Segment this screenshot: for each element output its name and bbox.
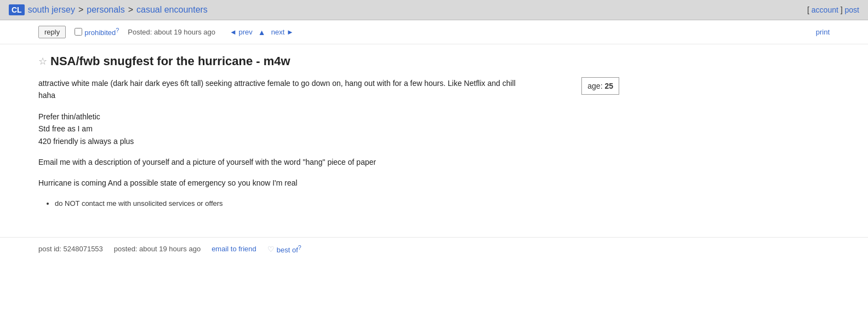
prohibited-link[interactable]: prohibited?	[84, 27, 119, 37]
body-line3: 420 friendly is always a plus	[38, 135, 619, 147]
post-id: post id: 5248071553	[38, 245, 103, 253]
cl-logo[interactable]: CL	[9, 4, 25, 15]
body-line1: Prefer thin/athletic	[38, 111, 619, 123]
header-left: CL south jersey > personals > casual enc…	[9, 4, 208, 15]
email-to-friend-link[interactable]: email to friend	[212, 245, 256, 253]
body-paragraph-4: Hurricane is coming And a possible state…	[38, 177, 532, 189]
print-link[interactable]: print	[816, 28, 830, 36]
prev-link[interactable]: ◄ prev	[230, 28, 253, 36]
post-title: NSA/fwb snugfest for the hurricane - m4w	[50, 54, 290, 68]
footer-posted: posted: about 19 hours ago	[114, 245, 201, 253]
toolbar: reply prohibited? Posted: about 19 hours…	[0, 20, 868, 44]
separator2: >	[128, 5, 133, 15]
posted-time: Posted: about 19 hours ago	[128, 28, 215, 36]
header-bar: CL south jersey > personals > casual enc…	[0, 0, 868, 20]
bullet-list: do NOT contact me with unsolicited servi…	[55, 198, 619, 210]
age-box: age: 25	[581, 77, 619, 95]
separator1: >	[78, 5, 83, 15]
best-of-sup: ?	[298, 244, 301, 251]
heart-icon: ♡	[267, 245, 275, 253]
prohibited-sup: ?	[116, 27, 119, 33]
personals-link[interactable]: personals	[87, 5, 124, 15]
header-right: [ account ] post	[807, 5, 859, 14]
prohibited-area: prohibited?	[75, 27, 119, 37]
body-line2: Std free as I am	[38, 123, 619, 135]
post-link[interactable]: post	[845, 5, 859, 14]
location-link[interactable]: south jersey	[28, 5, 75, 15]
bullet-item-1: do NOT contact me with unsolicited servi…	[55, 198, 619, 210]
post-content: ☆ NSA/fwb snugfest for the hurricane - m…	[0, 44, 658, 221]
best-of-link[interactable]: best of?	[277, 244, 301, 254]
body-paragraph-1: attractive white male (dark hair dark ey…	[38, 77, 532, 102]
account-link[interactable]: account	[812, 5, 838, 14]
body-paragraph-3: Email me with a description of yourself …	[38, 156, 619, 168]
post-title-row: ☆ NSA/fwb snugfest for the hurricane - m…	[38, 54, 619, 68]
body-paragraph-2: Prefer thin/athletic Std free as I am 42…	[38, 111, 619, 147]
prohibited-checkbox[interactable]	[75, 28, 82, 36]
reply-button[interactable]: reply	[38, 26, 66, 38]
next-link[interactable]: next ►	[271, 28, 294, 36]
post-footer: post id: 5248071553 posted: about 19 hou…	[0, 237, 868, 261]
casual-encounters-link[interactable]: casual encounters	[136, 5, 208, 15]
post-body: age: 25 attractive white male (dark hair…	[38, 77, 619, 210]
star-icon: ☆	[38, 55, 47, 67]
nav-area: ◄ prev ▲ next ►	[230, 28, 294, 37]
best-of-area: ♡ best of?	[267, 244, 301, 254]
up-arrow-link[interactable]: ▲	[258, 28, 266, 37]
